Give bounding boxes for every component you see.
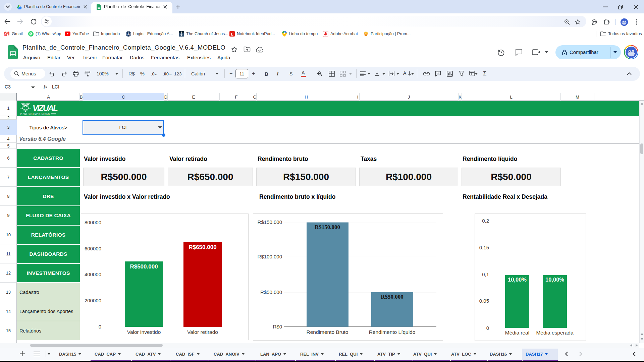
svg-text:0,05: 0,05 [479, 298, 489, 304]
svg-text:Rendimento Bruto: Rendimento Bruto [307, 329, 348, 335]
svg-text:R$100.000: R$100.000 [258, 254, 282, 259]
svg-text:R$150.000: R$150.000 [258, 219, 282, 225]
svg-text:R$0: R$0 [273, 324, 282, 329]
svg-text:0,15: 0,15 [479, 245, 489, 250]
svg-text:400000: 400000 [85, 272, 101, 277]
svg-text:10,00%: 10,00% [508, 277, 527, 283]
svg-text:R$150.000: R$150.000 [315, 224, 340, 230]
svg-text:200000: 200000 [85, 298, 101, 303]
svg-text:Média esperada: Média esperada [536, 330, 574, 336]
svg-text:$: $ [365, 33, 366, 35]
svg-text:R$650.000: R$650.000 [189, 244, 216, 250]
svg-text:VIZUAL: VIZUAL [33, 104, 58, 113]
svg-text:Média real: Média real [505, 330, 529, 336]
svg-text:100+: 100+ [4, 34, 7, 36]
svg-text:0: 0 [486, 325, 489, 331]
svg-text:R$500.000: R$500.000 [130, 263, 158, 270]
svg-text:A: A [127, 32, 129, 36]
svg-text:Rendimento Líquido: Rendimento Líquido [369, 329, 416, 335]
svg-text:Valor retirado: Valor retirado [187, 329, 218, 335]
svg-text:0,1: 0,1 [482, 272, 489, 277]
svg-text:R$50.000: R$50.000 [260, 289, 282, 295]
svg-text:0,2: 0,2 [482, 218, 489, 224]
svg-text:0: 0 [99, 324, 101, 329]
svg-text:10,00%: 10,00% [545, 277, 564, 283]
svg-text:L: L [231, 32, 233, 36]
svg-text:R$50.000: R$50.000 [381, 294, 404, 300]
svg-text:800000: 800000 [85, 220, 101, 225]
svg-text:PLANILHAS EMPRESARIAIS: PLANILHAS EMPRESARIAIS [20, 112, 50, 116]
svg-text:Valor investido: Valor investido [127, 329, 161, 335]
svg-text:600000: 600000 [85, 246, 101, 251]
